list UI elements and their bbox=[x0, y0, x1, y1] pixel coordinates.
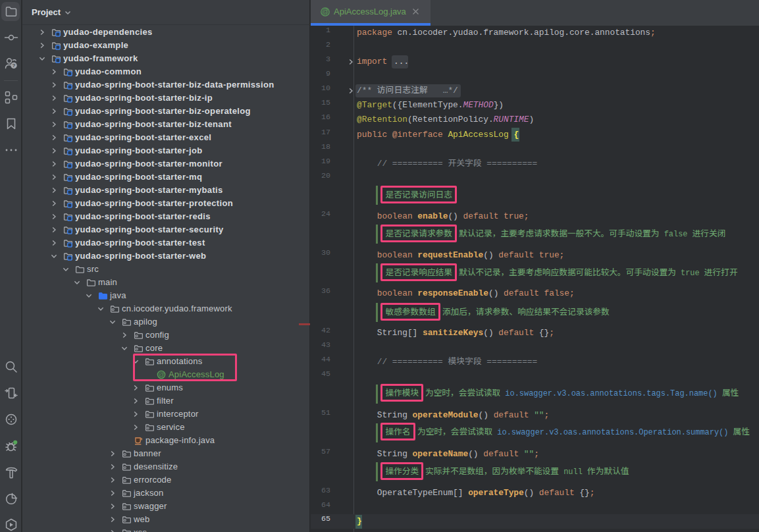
svg-text:@: @ bbox=[322, 8, 328, 15]
